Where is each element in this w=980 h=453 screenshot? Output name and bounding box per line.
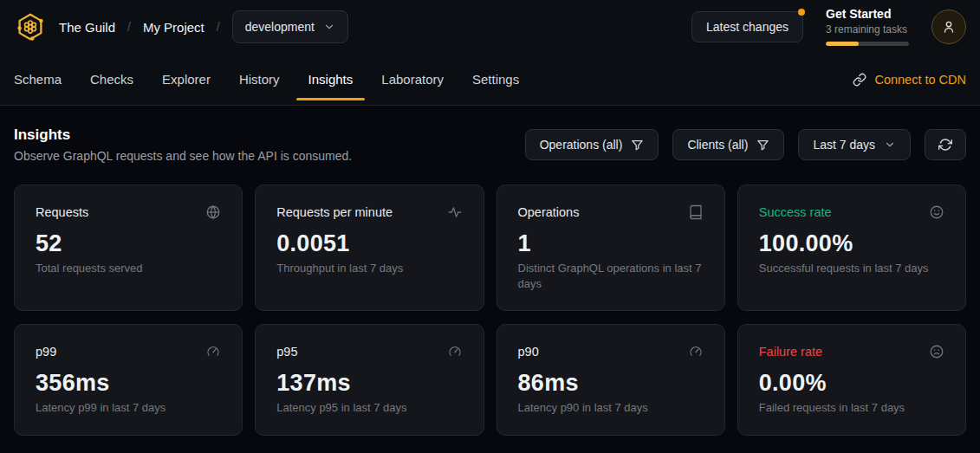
- main-content: Insights Observe GraphQL requests and se…: [0, 126, 980, 436]
- insights-header: Insights Observe GraphQL requests and se…: [14, 126, 966, 163]
- tab-insights[interactable]: Insights: [308, 54, 354, 105]
- notification-dot: [798, 9, 805, 16]
- breadcrumb-project[interactable]: My Project: [143, 20, 204, 35]
- refresh-button[interactable]: [925, 129, 966, 160]
- funnel-icon: [631, 139, 644, 152]
- tab-explorer[interactable]: Explorer: [162, 54, 211, 105]
- book-icon: [688, 204, 704, 220]
- frown-icon: [929, 344, 944, 359]
- card-title: Requests per minute: [276, 205, 393, 219]
- card-title: Failure rate: [759, 345, 822, 359]
- latest-changes-label: Latest changes: [706, 20, 789, 34]
- period-filter-label: Last 7 days: [813, 138, 875, 152]
- gauge-icon: [205, 344, 221, 359]
- gauge-icon: [688, 344, 704, 359]
- card-description: Total requests served: [36, 261, 221, 276]
- card-value: 52: [36, 230, 221, 257]
- get-started-title: Get Started: [826, 8, 909, 21]
- filters-bar: Operations (all) Clients (all) Last 7 da…: [525, 129, 966, 160]
- card-description: Distinct GraphQL operations in last 7 da…: [518, 261, 704, 291]
- tab-laboratory[interactable]: Laboratory: [381, 54, 444, 105]
- globe-icon: [205, 204, 221, 220]
- stat-card-requests: Requests 52 Total requests served: [14, 184, 243, 311]
- app-window: The Guild / My Project / development Lat…: [0, 0, 980, 453]
- nav-tabs: Schema Checks Explorer History Insights …: [14, 54, 519, 105]
- progress-fill: [826, 42, 859, 46]
- stat-card-p90: p90 86ms Latency p90 in last 7 days: [496, 324, 725, 436]
- chevron-down-icon: [323, 21, 335, 33]
- user-avatar[interactable]: [931, 10, 966, 44]
- get-started-widget[interactable]: Get Started 3 remaining tasks: [826, 8, 909, 46]
- chevron-down-icon: [884, 139, 896, 151]
- card-description: Latency p95 in last 7 days: [276, 400, 462, 416]
- tab-settings[interactable]: Settings: [472, 54, 519, 105]
- card-value: 1: [518, 230, 704, 257]
- stat-card-success-rate: Success rate 100.00% Successful requests…: [737, 184, 966, 311]
- top-bar: The Guild / My Project / development Lat…: [0, 0, 980, 54]
- connect-to-cdn-link[interactable]: Connect to CDN: [853, 73, 966, 87]
- card-value: 356ms: [36, 370, 221, 397]
- target-selector[interactable]: development: [232, 10, 348, 43]
- page-subtitle: Observe GraphQL requests and see how the…: [14, 149, 352, 163]
- top-bar-right: Latest changes Get Started 3 remaining t…: [691, 8, 966, 46]
- card-value: 86ms: [518, 370, 704, 397]
- hive-logo-icon[interactable]: [14, 10, 47, 43]
- breadcrumb-separator: /: [217, 20, 220, 34]
- card-description: Latency p90 in last 7 days: [518, 400, 704, 416]
- tab-history[interactable]: History: [239, 54, 280, 105]
- card-description: Throughput in last 7 days: [276, 261, 462, 276]
- card-value: 100.00%: [759, 230, 944, 257]
- stat-card-operations: Operations 1 Distinct GraphQL operations…: [496, 184, 725, 311]
- card-title: Operations: [518, 205, 580, 219]
- person-icon: [941, 19, 957, 35]
- insights-titles: Insights Observe GraphQL requests and se…: [14, 126, 352, 163]
- card-title: p99: [36, 345, 56, 359]
- stats-grid: Requests 52 Total requests served Reques…: [14, 184, 966, 436]
- period-filter-button[interactable]: Last 7 days: [798, 129, 911, 160]
- top-chrome: The Guild / My Project / development Lat…: [0, 0, 980, 106]
- get-started-progressbar: [826, 42, 909, 46]
- card-title: Requests: [36, 205, 88, 219]
- refresh-icon: [938, 138, 952, 152]
- get-started-subtitle: 3 remaining tasks: [826, 23, 909, 36]
- breadcrumb-separator: /: [127, 20, 131, 34]
- card-title: p90: [518, 345, 539, 359]
- clients-filter-label: Clients (all): [687, 138, 748, 152]
- gauge-icon: [447, 344, 463, 359]
- latest-changes-button[interactable]: Latest changes: [691, 11, 803, 42]
- card-description: Latency p99 in last 7 days: [36, 400, 221, 416]
- stat-card-failure-rate: Failure rate 0.00% Failed requests in la…: [737, 324, 966, 436]
- clients-filter-button[interactable]: Clients (all): [672, 129, 784, 160]
- card-title: Success rate: [759, 205, 832, 219]
- activity-icon: [447, 204, 463, 220]
- link-icon: [853, 73, 866, 87]
- stat-card-p99: p99 356ms Latency p99 in last 7 days: [14, 324, 243, 436]
- smile-icon: [929, 204, 944, 220]
- operations-filter-button[interactable]: Operations (all): [525, 129, 659, 160]
- card-value: 137ms: [276, 370, 462, 397]
- primary-nav: Schema Checks Explorer History Insights …: [0, 54, 980, 105]
- card-value: 0.00%: [759, 370, 944, 397]
- tab-checks[interactable]: Checks: [90, 54, 133, 105]
- breadcrumb: The Guild / My Project / development: [14, 10, 348, 43]
- card-value: 0.0051: [276, 230, 462, 257]
- card-description: Failed requests in last 7 days: [759, 400, 944, 416]
- tab-schema[interactable]: Schema: [14, 54, 62, 105]
- connect-to-cdn-label: Connect to CDN: [874, 73, 966, 87]
- page-title: Insights: [14, 126, 352, 144]
- breadcrumb-org[interactable]: The Guild: [59, 20, 115, 35]
- card-description: Successful requests in last 7 days: [759, 261, 944, 276]
- stat-card-p95: p95 137ms Latency p95 in last 7 days: [255, 324, 484, 436]
- stat-card-rpm: Requests per minute 0.0051 Throughput in…: [255, 184, 484, 311]
- target-selector-value: development: [245, 20, 315, 34]
- funnel-icon: [756, 139, 769, 152]
- card-title: p95: [276, 345, 297, 359]
- operations-filter-label: Operations (all): [540, 138, 623, 152]
